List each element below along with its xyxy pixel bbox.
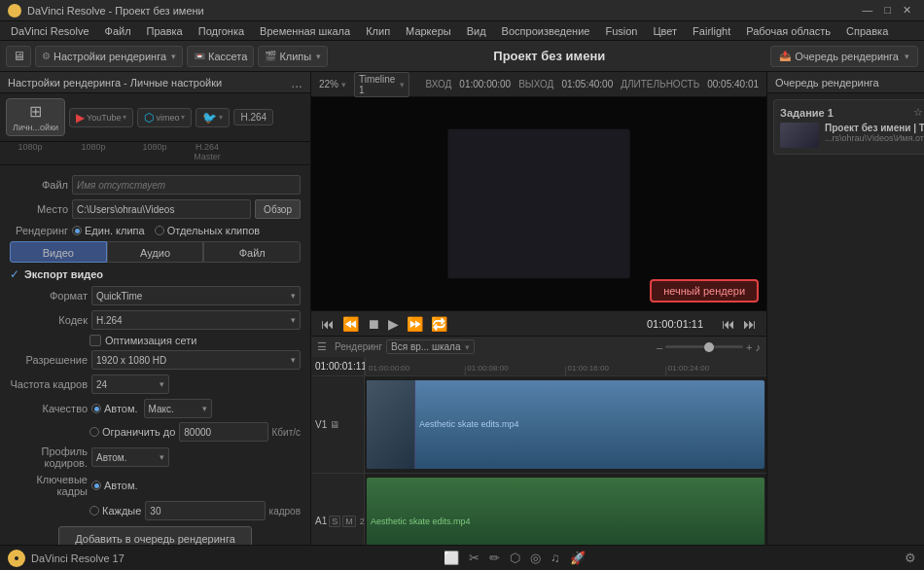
twitter-preset[interactable]: 🐦 ▾ <box>195 108 230 127</box>
thumb-gradient <box>780 123 819 148</box>
loop-icon[interactable]: 🔁 <box>431 316 447 332</box>
window-close[interactable]: ✕ <box>898 4 916 17</box>
ws-deliver-icon[interactable]: 🚀 <box>570 551 586 565</box>
render-settings-tab[interactable]: ⚙ Настройки рендеринга ▾ <box>35 46 183 67</box>
clips-tab[interactable]: 🎬 Клипы ▾ <box>258 46 328 67</box>
render-overlay-button[interactable]: нечный рендери <box>650 279 759 303</box>
multi-clip-label: Отдельных клипов <box>167 225 261 236</box>
profile-select[interactable]: Автом. <box>91 447 169 467</box>
quality-limit-option[interactable]: Ограничить до <box>89 426 175 438</box>
browse-button[interactable]: Обзор <box>255 199 301 219</box>
preview-header: 22% ▾ Timeline 1 ▾ ВХОД 01:00:00:00 ВЫХО… <box>311 72 766 97</box>
menu-workspace[interactable]: Рабочая область <box>739 23 837 39</box>
ws-media-icon[interactable]: ⬜ <box>444 551 459 565</box>
timeline-selector[interactable]: Timeline 1 ▾ <box>354 72 409 97</box>
quality-limit-input[interactable] <box>179 422 267 442</box>
keyframes-every-radio[interactable] <box>89 506 99 516</box>
menu-fusion[interactable]: Fusion <box>598 23 644 39</box>
resolution-select[interactable]: 1920 x 1080 HD <box>91 350 301 370</box>
a1-m-btn[interactable]: M <box>342 516 356 527</box>
quality-auto-option[interactable]: Автом. <box>91 403 138 414</box>
menu-help[interactable]: Справка <box>839 23 895 39</box>
keyframes-count-input[interactable] <box>145 501 265 520</box>
quality-auto-radio[interactable] <box>91 404 101 413</box>
v1-track-row: V1 🖥 Aesthetic skate edits.mp4 <box>311 376 766 474</box>
profile-dropdown-wrapper: Автом. ▾ <box>91 447 169 467</box>
cassette-tab[interactable]: 📼 Кассета <box>187 46 254 67</box>
ws-cut-icon[interactable]: ✂ <box>469 551 480 565</box>
quality-limit-radio[interactable] <box>89 427 99 437</box>
menu-file[interactable]: Файл <box>98 23 138 39</box>
framerate-dropdown-wrapper: 24 ▾ <box>91 374 169 394</box>
location-input[interactable] <box>72 199 251 219</box>
file-input[interactable] <box>72 175 301 195</box>
keyframes-every-label: Каждые <box>102 505 141 517</box>
menu-edit[interactable]: Правка <box>140 23 190 39</box>
keyframes-auto-option[interactable]: Автом. <box>91 480 138 491</box>
window-maximize[interactable]: □ <box>879 4 896 17</box>
video-tab[interactable]: Видео <box>10 241 107 263</box>
settings-icon[interactable]: ⚙ <box>905 551 916 565</box>
music-icon[interactable]: ♪ <box>756 341 762 353</box>
network-opt-checkbox[interactable] <box>89 335 101 346</box>
tl-timecode-cell: 01:00:01:11 <box>311 357 365 376</box>
h264-preset[interactable]: H.264 <box>233 109 273 125</box>
v1-monitor-icon[interactable]: 🖥 <box>330 419 339 430</box>
play-icon[interactable]: ▶ <box>388 316 399 332</box>
timecode-row: 01:00:01:11 01:00:00:00 01:00:08:00 01:0… <box>311 357 766 376</box>
single-clip-radio[interactable] <box>72 226 82 235</box>
v1-clip[interactable]: Aesthetic skate edits.mp4 <box>367 380 764 469</box>
toolbar-monitor-icon[interactable]: 🖥 <box>6 46 31 67</box>
job-icons: ☆ ✎ ✕ <box>913 106 924 119</box>
menu-fairlight[interactable]: Fairlight <box>686 23 737 39</box>
youtube-preset[interactable]: ▶ YouTube ▾ <box>69 108 133 127</box>
zoom-arrow[interactable]: ▾ <box>341 80 346 89</box>
ws-fairlight-icon[interactable]: ♫ <box>551 551 560 565</box>
ws-color-icon[interactable]: ◎ <box>530 551 541 565</box>
media-type-tabs: Видео Аудио Файл <box>10 241 301 263</box>
menu-color[interactable]: Цвет <box>646 23 684 39</box>
ws-fusion-icon[interactable]: ⬡ <box>510 551 520 565</box>
menu-markers[interactable]: Маркеры <box>399 23 458 39</box>
prev-frame-icon[interactable]: ⏪ <box>342 316 359 332</box>
quality-options: Автом. Макс. ▾ <box>91 399 301 418</box>
vimeo-preset[interactable]: ⬡ vimeo ▾ <box>137 108 192 127</box>
codec-select[interactable]: H.264 <box>91 310 301 330</box>
ws-edit-icon[interactable]: ✏ <box>489 551 500 565</box>
menu-clip[interactable]: Клип <box>359 23 397 39</box>
keyframes-auto-radio[interactable] <box>91 481 101 490</box>
a1-s-btn[interactable]: S <box>329 516 340 527</box>
menu-view[interactable]: Вид <box>460 23 493 39</box>
skip-end-icon[interactable]: ⏭ <box>743 316 757 332</box>
quality-max-select[interactable]: Макс. <box>144 399 212 418</box>
single-clip-option[interactable]: Един. клипа <box>72 225 145 236</box>
zoom-out-icon[interactable]: – <box>657 341 662 353</box>
left-panel-menu[interactable]: ... <box>291 75 302 90</box>
job-star-icon[interactable]: ☆ <box>913 106 923 119</box>
skip-start-icon[interactable]: ⏮ <box>722 316 735 332</box>
zoom-knob[interactable] <box>704 342 714 352</box>
timeline-zoom-dropdown[interactable]: Вся вр... шкала ▾ <box>386 339 475 354</box>
keyframes-every-option[interactable]: Каждые <box>89 505 141 517</box>
framerate-select[interactable]: 24 <box>91 374 169 394</box>
next-frame-icon[interactable]: ⏩ <box>407 316 423 332</box>
menu-fit[interactable]: Подгонка <box>192 23 251 39</box>
tl-menu-icon[interactable]: ☰ <box>317 340 327 353</box>
menu-playback[interactable]: Воспроизведение <box>495 23 597 39</box>
file-tab[interactable]: Файл <box>203 241 301 263</box>
window-minimize[interactable]: — <box>857 4 877 17</box>
multi-clip-radio[interactable] <box>155 226 164 235</box>
export-checkmark: ✓ <box>10 267 19 281</box>
menu-davinci[interactable]: DaVinci Resolve <box>4 23 96 39</box>
render-queue-btn[interactable]: 📤 Очередь рендеринга ▾ <box>770 46 918 67</box>
format-select[interactable]: QuickTime <box>91 286 301 305</box>
audio-tab[interactable]: Аудио <box>107 241 204 263</box>
multi-clip-option[interactable]: Отдельных клипов <box>155 225 261 236</box>
zoom-slider[interactable] <box>665 345 743 348</box>
rewind-icon[interactable]: ⏮ <box>321 316 335 332</box>
render-tab-local[interactable]: ⊞ Личн...ойки <box>6 98 65 136</box>
menu-timeline[interactable]: Временная шкала <box>253 23 357 39</box>
stop-icon[interactable]: ⏹ <box>367 316 380 332</box>
zoom-value[interactable]: 22% <box>319 79 338 89</box>
zoom-in-icon[interactable]: + <box>746 341 752 353</box>
